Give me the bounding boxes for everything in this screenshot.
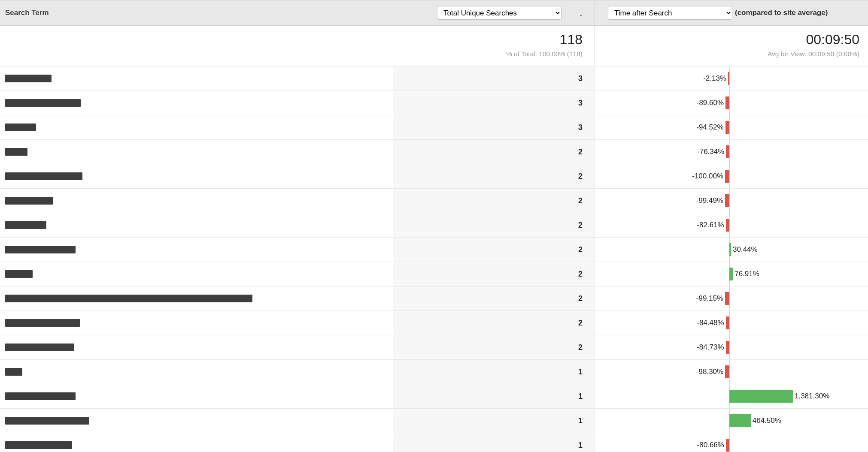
comparison-pct-label: -2.13% <box>701 74 728 83</box>
negative-bar <box>725 121 729 134</box>
positive-bar <box>729 414 751 427</box>
table-row-comparison-bar: 1,381.30% <box>595 384 868 409</box>
table-row-count: 1 <box>393 360 595 384</box>
table-row-term[interactable] <box>0 115 393 140</box>
table-row-comparison-bar: -99.15% <box>595 286 868 311</box>
table-row-term[interactable] <box>0 213 393 238</box>
redacted-term <box>5 368 22 376</box>
redacted-term <box>5 319 80 327</box>
table-row-count: 2 <box>393 262 595 286</box>
redacted-term <box>5 197 53 205</box>
metric2-select[interactable]: Time after Search <box>608 6 732 20</box>
table-row-comparison-bar: -99.49% <box>595 189 868 213</box>
compared-label: (compared to site average) <box>735 9 828 17</box>
table-row-term[interactable] <box>0 335 393 360</box>
negative-bar <box>725 194 729 207</box>
table-row-count: 1 <box>393 409 595 433</box>
comparison-pct-label: -94.52% <box>695 123 725 132</box>
summary-total-cell: 118 % of Total: 100.00% (118) <box>393 26 595 66</box>
table-row-count: 2 <box>393 189 595 213</box>
comparison-pct-label: -99.15% <box>695 294 725 303</box>
table-row-comparison-bar: -100.00% <box>595 164 868 189</box>
table-row-term[interactable] <box>0 91 393 115</box>
redacted-term <box>5 99 81 107</box>
table-row-count: 1 <box>393 384 595 409</box>
column-header-search-term: Search Term <box>0 0 393 26</box>
table-row-comparison-bar: -98.30% <box>595 360 868 384</box>
table-row-comparison-bar: 30.44% <box>595 238 868 262</box>
table-row-count: 2 <box>393 335 595 360</box>
table-row-comparison-bar: -80.66% <box>595 433 868 452</box>
table-row-term[interactable] <box>0 189 393 213</box>
table-row-term[interactable] <box>0 66 393 91</box>
column-header-metric2: Time after Search (compared to site aver… <box>595 0 868 26</box>
redacted-term <box>5 124 36 131</box>
header-label: Search Term <box>5 9 49 17</box>
table-row-count: 2 <box>393 164 595 189</box>
table-row-count: 1 <box>393 433 595 452</box>
comparison-pct-label: -99.49% <box>695 196 725 205</box>
negative-bar <box>726 316 729 329</box>
table-row-term[interactable] <box>0 409 393 433</box>
redacted-term <box>5 221 46 229</box>
summary-time-cell: 00:09:50 Avg for View: 00:09:50 (0.00%) <box>595 26 868 66</box>
comparison-pct-label: 76.91% <box>733 270 761 278</box>
summary-time-subtext: Avg for View: 00:09:50 (0.00%) <box>604 50 859 58</box>
comparison-pct-label: -76.34% <box>695 148 726 156</box>
positive-bar <box>729 390 793 403</box>
redacted-term <box>5 344 74 351</box>
summary-total-subtext: % of Total: 100.00% (118) <box>402 50 583 58</box>
table-row-count: 2 <box>393 311 595 335</box>
comparison-pct-label: 464.50% <box>751 416 783 425</box>
negative-bar <box>725 365 729 378</box>
comparison-pct-label: -84.73% <box>695 343 725 352</box>
redacted-term <box>5 75 52 82</box>
redacted-term <box>5 417 89 425</box>
table-row-term[interactable] <box>0 238 393 262</box>
comparison-pct-label: -89.60% <box>695 99 725 107</box>
comparison-pct-label: 30.44% <box>731 245 759 254</box>
negative-bar <box>725 96 729 109</box>
table-row-count: 2 <box>393 140 595 164</box>
comparison-pct-label: -84.48% <box>695 319 725 327</box>
redacted-term <box>5 441 72 449</box>
table-row-term[interactable] <box>0 286 393 311</box>
table-row-comparison-bar: -84.73% <box>595 335 868 360</box>
table-row-count: 2 <box>393 213 595 238</box>
table-row-comparison-bar: 464.50% <box>595 409 868 433</box>
positive-bar <box>729 268 733 280</box>
table-row-comparison-bar: -84.48% <box>595 311 868 335</box>
comparison-pct-label: -100.00% <box>690 172 725 181</box>
redacted-term <box>5 270 33 278</box>
table-row-count: 3 <box>393 66 595 91</box>
comparison-pct-label: -80.66% <box>695 441 726 449</box>
table-row-term[interactable] <box>0 311 393 335</box>
comparison-pct-label: -98.30% <box>695 368 725 376</box>
summary-time-value: 00:09:50 <box>604 32 859 48</box>
table-row-comparison-bar: -2.13% <box>595 66 868 91</box>
table-row-term[interactable] <box>0 164 393 189</box>
table-row-count: 2 <box>393 238 595 262</box>
table-row-comparison-bar: -82.61% <box>595 213 868 238</box>
redacted-term <box>5 148 27 156</box>
table-row-term[interactable] <box>0 140 393 164</box>
table-row-term[interactable] <box>0 384 393 409</box>
table-row-term[interactable] <box>0 433 393 452</box>
sort-descending-icon[interactable]: ↓ <box>579 7 583 18</box>
comparison-pct-label: 1,381.30% <box>793 392 831 401</box>
table-row-count: 3 <box>393 91 595 115</box>
column-header-metric1: Total Unique Searches ↓ <box>393 0 595 26</box>
negative-bar <box>725 170 729 183</box>
redacted-term <box>5 392 76 400</box>
table-row-comparison-bar: -76.34% <box>595 140 868 164</box>
negative-bar <box>726 439 729 452</box>
table-row-count: 3 <box>393 115 595 140</box>
table-row-comparison-bar: -89.60% <box>595 91 868 115</box>
summary-term-cell <box>0 26 393 66</box>
negative-bar <box>725 292 729 305</box>
table-row-term[interactable] <box>0 262 393 286</box>
metric1-select[interactable]: Total Unique Searches <box>437 6 561 20</box>
table-row-comparison-bar: -94.52% <box>595 115 868 140</box>
redacted-term <box>5 246 76 253</box>
table-row-term[interactable] <box>0 360 393 384</box>
